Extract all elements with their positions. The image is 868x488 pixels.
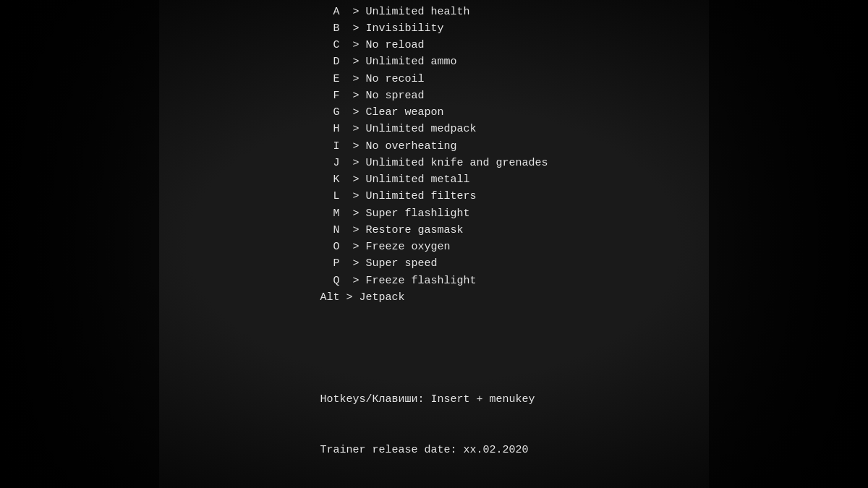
hotkeys-line: Hotkeys/Клавиши: Insert + menukey: [320, 391, 548, 408]
footer: Hotkeys/Клавиши: Insert + menukey Traine…: [320, 358, 548, 489]
cheat-item: I > No overheating: [320, 138, 548, 155]
cheat-item: Alt > Jetpack: [320, 289, 548, 306]
cheat-item: K > Unlimited metall: [320, 171, 548, 188]
cheat-item: P > Super speed: [320, 255, 548, 272]
cheat-item: M > Super flashlight: [320, 205, 548, 222]
cheat-item: A > Unlimited health: [320, 4, 548, 20]
cheat-item: N > Restore gasmask: [320, 222, 548, 239]
cheat-item: C > No reload: [320, 37, 548, 53]
cheat-item: G > Clear weapon: [320, 104, 548, 121]
release-line: Trainer release date: xx.02.2020: [320, 442, 548, 458]
cheat-item: D > Unlimited ammo: [320, 53, 548, 70]
cheat-item: B > Invisibility: [320, 20, 548, 37]
cheat-item: H > Unlimited medpack: [320, 121, 548, 137]
cheat-item: Q > Freeze flashlight: [320, 273, 548, 289]
cheat-item: J > Unlimited knife and grenades: [320, 155, 548, 171]
cheat-item: L > Unlimited filters: [320, 188, 548, 205]
cheat-item: O > Freeze oxygen: [320, 239, 548, 255]
cheat-item: E > No recoil: [320, 71, 548, 87]
cheat-item: F > No spread: [320, 87, 548, 104]
cheat-list: A > Unlimited health B > Invisibility C …: [320, 4, 548, 307]
main-content: Metro Exodus Hook A > Unlimited health B…: [320, 0, 548, 488]
